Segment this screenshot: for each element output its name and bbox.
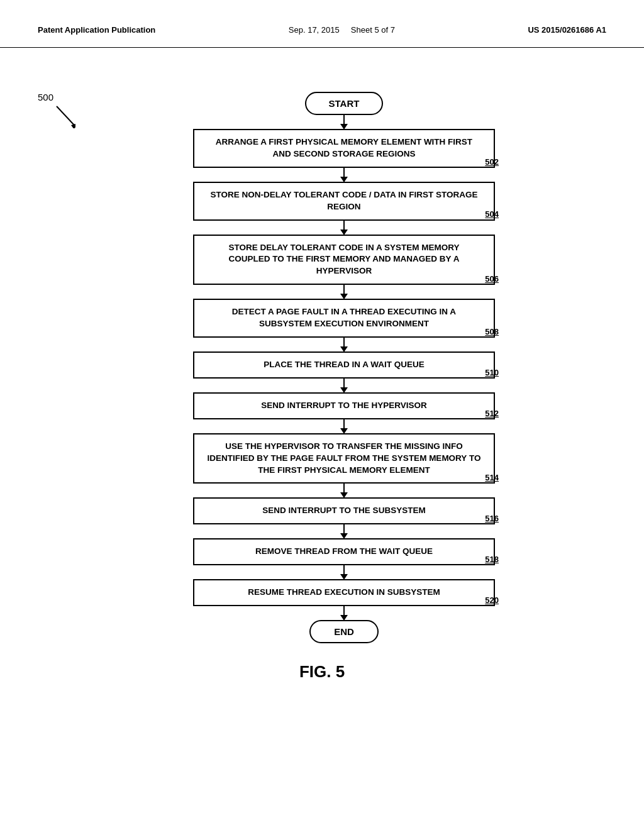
header-right: US 2015/0261686 A1 bbox=[528, 25, 606, 35]
arrow-4 bbox=[343, 338, 345, 351]
end-node: END bbox=[309, 620, 379, 643]
arrow-7 bbox=[343, 484, 345, 497]
arrow-2 bbox=[343, 221, 345, 235]
header-center: Sep. 17, 2015 Sheet 5 of 7 bbox=[289, 25, 395, 35]
svg-line-0 bbox=[57, 106, 74, 125]
arrow-9 bbox=[343, 565, 345, 579]
diagram-label: 500 bbox=[38, 92, 53, 102]
step-516: SEND INTERRUPT TO THE SUBSYSTEM 516 bbox=[193, 497, 495, 524]
main-content: 500 START ARRANGE A FIRST PHYSICAL MEMOR… bbox=[0, 48, 644, 707]
header-date: Sep. 17, 2015 bbox=[289, 25, 340, 35]
arrow-10 bbox=[343, 606, 345, 620]
step-504: STORE NON-DELAY TOLERANT CODE / DATA IN … bbox=[193, 182, 495, 221]
arrow-8 bbox=[343, 524, 345, 538]
step-506: STORE DELAY TOLERANT CODE IN A SYSTEM ME… bbox=[193, 235, 495, 285]
step-512: SEND INTERRUPT TO THE HYPERVISOR 512 bbox=[193, 392, 495, 419]
arrow-5 bbox=[343, 379, 345, 392]
page: Patent Application Publication Sep. 17, … bbox=[0, 0, 644, 830]
arrow-1 bbox=[343, 168, 345, 182]
diagram-pointer bbox=[38, 103, 75, 128]
arrow-0 bbox=[343, 115, 345, 129]
step-508: DETECT A PAGE FAULT IN A THREAD EXECUTIN… bbox=[193, 299, 495, 338]
fig-label: FIG. 5 bbox=[38, 662, 606, 682]
step-514: USE THE HYPERVISOR TO TRANSFER THE MISSI… bbox=[193, 433, 495, 484]
arrow-3 bbox=[343, 285, 345, 299]
step-510: PLACE THE THREAD IN A WAIT QUEUE 510 bbox=[193, 351, 495, 379]
header-sheet: Sheet 5 of 7 bbox=[351, 25, 395, 35]
header-left: Patent Application Publication bbox=[38, 25, 155, 35]
header: Patent Application Publication Sep. 17, … bbox=[0, 0, 644, 48]
arrow-6 bbox=[343, 419, 345, 433]
start-node: START bbox=[305, 92, 384, 115]
step-502: ARRANGE A FIRST PHYSICAL MEMORY ELEMENT … bbox=[193, 129, 495, 168]
step-518: REMOVE THREAD FROM THE WAIT QUEUE 518 bbox=[193, 538, 495, 565]
flowchart: START ARRANGE A FIRST PHYSICAL MEMORY EL… bbox=[82, 92, 606, 643]
step-520: RESUME THREAD EXECUTION IN SUBSYSTEM 520 bbox=[193, 579, 495, 606]
